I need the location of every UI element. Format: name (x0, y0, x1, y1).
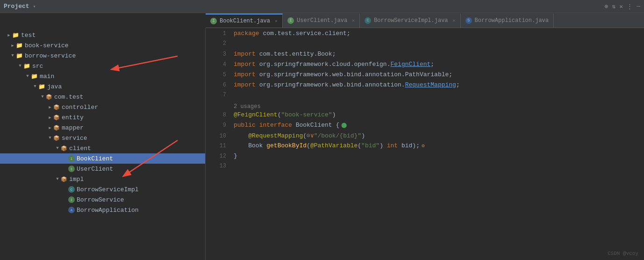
arrow-src: ▼ (17, 64, 23, 68)
folder-icon-src: 📁 (23, 63, 30, 70)
item-label-impl: impl (69, 176, 84, 183)
package-icon-service: 📦 (53, 135, 60, 141)
arrow-impl: ▼ (54, 177, 61, 181)
line-num-1: 1 (209, 30, 226, 37)
arrow-main: ▼ (24, 74, 31, 79)
package-icon-controller: 📦 (53, 104, 60, 110)
sync-icon[interactable]: ⇅ (612, 3, 616, 10)
tree-item-BorrowService[interactable]: ▶ I BorrowService (0, 195, 205, 205)
item-label-mapper: mapper (62, 124, 84, 131)
tab-BookClient[interactable]: I BookClient.java ✕ (206, 14, 283, 28)
arrow-service: ▼ (47, 136, 53, 140)
folder-icon-test: 📁 (12, 32, 19, 39)
arrow-java: ▼ (32, 84, 38, 89)
tab-BorrowApplication[interactable]: S BorrowApplication.java (461, 14, 554, 28)
interface-gutter-icon: ⬤ (341, 122, 347, 128)
line-num-6: 6 (209, 82, 226, 88)
item-label-borrow-service: borrow-service (25, 52, 76, 59)
code-text-5: import org.springframework.web.bind.anno… (234, 71, 452, 78)
package-icon-impl: 📦 (61, 176, 67, 182)
chevron-down-icon[interactable]: ▾ (33, 4, 36, 9)
package-icon-mapper: 📦 (53, 125, 60, 131)
item-label-BorrowService: BorrowService (77, 196, 124, 203)
folder-icon-book-service: 📁 (16, 42, 23, 49)
code-text-8: @FeignClient("book-service") (234, 111, 336, 118)
tab-label-BorrowServiceImpl: BorrowServiceImpl.java (374, 17, 448, 24)
tree-item-comtest[interactable]: ▼ 📦 com.test (0, 92, 205, 102)
arrow-comtest: ▼ (39, 94, 46, 99)
code-line-11: 11 Book getBookById(@PathVariable("bid")… (206, 142, 644, 152)
code-text-12: } (234, 152, 237, 159)
code-line-9: 9 public interface BookClient { ⬤ (206, 122, 644, 132)
tab-UserClient[interactable]: I UserClient.java ✕ (283, 14, 360, 28)
tree-item-src[interactable]: ▼ 📁 src (0, 61, 205, 71)
arrow-borrow-service: ▼ (9, 53, 16, 58)
file-badge-BorrowService: I (68, 196, 75, 203)
minimize-icon[interactable]: — (637, 3, 640, 10)
code-line-1: 1 package com.test.service.client; (206, 30, 644, 40)
tree-item-entity[interactable]: ▶ 📦 entity (0, 112, 205, 123)
code-line-4: 4 import org.springframework.cloud.openf… (206, 61, 644, 71)
line-num-8: 8 (209, 112, 226, 118)
code-text-1: package com.test.service.client; (234, 30, 351, 37)
arrow-client: ▼ (54, 146, 61, 151)
tab-icon-BorrowServiceImpl: C (365, 17, 371, 24)
code-line-6: 6 import org.springframework.web.bind.an… (206, 81, 644, 92)
code-text-4: import org.springframework.cloud.openfei… (234, 61, 434, 68)
tree-item-impl[interactable]: ▼ 📦 impl (0, 174, 205, 184)
toolbar-icons: ⊕ ⇅ ✕ ⋮ — (605, 3, 640, 10)
item-label-client: client (69, 145, 91, 152)
arrow-book-service: ▶ (9, 43, 16, 48)
tree-item-BorrowServiceImpl[interactable]: ▶ C BorrowServiceImpl (0, 184, 205, 195)
project-title[interactable]: Project (4, 3, 29, 10)
arrow-test: ▶ (6, 33, 12, 38)
tree-item-service[interactable]: ▼ 📦 service (0, 133, 205, 143)
code-line-5: 5 import org.springframework.web.bind.an… (206, 71, 644, 81)
tree-item-UserClient[interactable]: ▶ I UserClient (0, 164, 205, 174)
item-label-main: main (40, 73, 54, 80)
code-line-12: 12 } (206, 152, 644, 163)
line-num-11: 11 (209, 143, 226, 149)
tree-item-BorrowApplication[interactable]: ▶ A BorrowApplication (0, 205, 205, 215)
line-num-12: 12 (209, 153, 226, 159)
folder-icon-java: 📁 (38, 83, 45, 90)
code-text-11: Book getBookById(@PathVariable("bid") in… (234, 142, 420, 149)
package-icon-client: 📦 (61, 145, 67, 152)
tree-item-BookClient[interactable]: ▶ I BookClient (0, 153, 205, 164)
item-label-java: java (47, 83, 62, 90)
globe-icon[interactable]: ⊕ (605, 3, 608, 10)
tab-close-UserClient[interactable]: ✕ (352, 18, 355, 23)
tree-item-book-service[interactable]: ▶ 📁 book-service (0, 40, 205, 51)
impl-gutter-icon: ⚙ (422, 143, 425, 149)
item-label-BorrowServiceImpl: BorrowServiceImpl (77, 186, 139, 193)
more-icon[interactable]: ⋮ (627, 3, 633, 10)
tab-close-BookClient[interactable]: ✕ (275, 18, 278, 24)
tree-item-mapper[interactable]: ▶ 📦 mapper (0, 123, 205, 133)
item-label-book-service: book-service (25, 42, 69, 49)
tab-BorrowServiceImpl[interactable]: C BorrowServiceImpl.java ✕ (360, 14, 460, 28)
tab-label-BookClient: BookClient.java (220, 18, 270, 24)
project-sidebar: ▶ 📁 test ▶ 📁 book-service ▼ 📁 borrow-ser… (0, 28, 206, 260)
code-line-3: 3 import com.test.entity.Book; (206, 51, 644, 61)
folder-icon-borrow-service: 📁 (16, 52, 23, 59)
item-label-BorrowApplication: BorrowApplication (77, 207, 139, 214)
tree-item-controller[interactable]: ▶ 📦 controller (0, 102, 205, 112)
code-line-7: 7 (206, 92, 644, 102)
file-badge-UserClient: I (68, 166, 75, 172)
tree-item-test[interactable]: ▶ 📁 test (0, 30, 205, 40)
tree-item-borrow-service[interactable]: ▼ 📁 borrow-service (0, 51, 205, 61)
package-icon-entity: 📦 (53, 115, 60, 121)
item-label-comtest: com.test (54, 94, 83, 101)
close-icon[interactable]: ✕ (619, 3, 623, 10)
code-line-10: 10 @RequestMapping(⊙∨"/book/{bid}") (206, 132, 644, 142)
tree-item-main[interactable]: ▼ 📁 main (0, 71, 205, 81)
package-icon-comtest: 📦 (46, 94, 52, 100)
tree-item-client[interactable]: ▼ 📦 client (0, 143, 205, 153)
file-badge-BookClient: I (68, 155, 75, 162)
tab-bar: I BookClient.java ✕ I UserClient.java ✕ … (206, 13, 644, 28)
tree-item-java[interactable]: ▼ 📁 java (0, 81, 205, 92)
code-line-13: 13 (206, 163, 644, 173)
tab-close-BorrowServiceImpl[interactable]: ✕ (453, 18, 456, 23)
folder-icon-main: 📁 (31, 73, 38, 80)
usage-hint-text: 2 usages (234, 103, 261, 110)
